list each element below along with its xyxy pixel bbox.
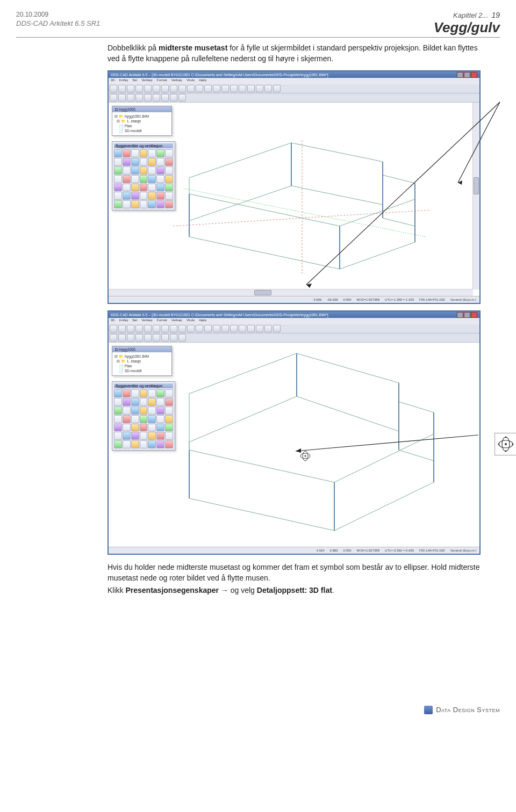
toolbar-button[interactable] (110, 94, 117, 102)
palette-tool[interactable] (123, 424, 131, 432)
toolbar-button[interactable] (264, 325, 272, 332)
toolbar-button[interactable] (153, 325, 160, 332)
palette-tool[interactable] (156, 200, 164, 208)
toolbar-button[interactable] (161, 325, 169, 332)
palette-tool[interactable] (114, 389, 122, 397)
toolbar-button[interactable] (221, 85, 229, 92)
toolbar-button[interactable] (144, 85, 152, 92)
palette-tool[interactable] (165, 424, 173, 432)
palette-tool[interactable] (123, 407, 131, 415)
toolbar-button[interactable] (144, 334, 152, 342)
palette-tool[interactable] (156, 407, 164, 415)
menu-item[interactable]: Set (132, 78, 137, 84)
palette-tool[interactable] (165, 432, 173, 440)
palette-tool[interactable] (114, 398, 122, 406)
palette-tool[interactable] (114, 415, 122, 423)
palette-tool[interactable] (156, 398, 164, 406)
toolbar-button[interactable] (135, 85, 143, 92)
palette-tool[interactable] (165, 166, 173, 175)
palette-tool[interactable] (131, 398, 139, 406)
palette-tool[interactable] (156, 415, 164, 423)
palette-tool[interactable] (148, 398, 156, 406)
palette-tool[interactable] (123, 200, 131, 208)
close-button[interactable] (471, 312, 477, 318)
toolbar-button[interactable] (135, 334, 143, 342)
palette-tool[interactable] (140, 166, 148, 175)
close-button[interactable] (471, 72, 477, 78)
scrollbar-thumb[interactable] (254, 290, 271, 295)
tree-item[interactable]: bygg1001.BIM (125, 114, 149, 118)
palette-tool[interactable] (140, 149, 148, 157)
palette-tool[interactable] (140, 432, 148, 440)
palette-tool[interactable] (165, 200, 173, 208)
menu-item[interactable]: Format (157, 318, 167, 324)
palette-tool[interactable] (165, 415, 173, 423)
tree-item[interactable]: Plan (125, 124, 132, 128)
tree-item[interactable]: 1. etasje (127, 119, 141, 123)
palette-tool[interactable] (114, 158, 122, 166)
palette-tool[interactable] (140, 175, 148, 183)
toolbar-button[interactable] (161, 85, 169, 92)
palette-tool[interactable] (156, 149, 164, 157)
menu-item[interactable]: Hjelp (199, 318, 206, 324)
maximize-button[interactable] (464, 312, 470, 318)
palette-tool[interactable] (114, 192, 122, 200)
palette-tool[interactable] (140, 158, 148, 166)
toolbar-button[interactable] (273, 85, 281, 92)
menu-item[interactable]: 3D (111, 318, 115, 324)
toolbar-button[interactable] (170, 85, 177, 92)
palette-tool[interactable] (165, 149, 173, 157)
toolbar-button[interactable] (127, 94, 134, 102)
palette-tool[interactable] (165, 175, 173, 183)
palette-tool[interactable] (156, 432, 164, 440)
toolbar-button[interactable] (153, 85, 160, 92)
toolbar-button[interactable] (118, 85, 126, 92)
palette-tool[interactable] (123, 440, 131, 448)
palette-tool[interactable] (165, 389, 173, 397)
palette-tool[interactable] (131, 440, 139, 448)
palette-tool[interactable] (114, 440, 122, 448)
toolbar-button[interactable] (144, 94, 152, 102)
toolbar-button[interactable] (178, 85, 186, 92)
palette-tool[interactable] (123, 415, 131, 423)
palette-tool[interactable] (140, 407, 148, 415)
palette-tool[interactable] (140, 398, 148, 406)
toolbar-button[interactable] (213, 325, 220, 332)
minimize-button[interactable] (457, 312, 463, 318)
tool-palette[interactable]: Byggeventiler og ventilasjon (112, 141, 175, 211)
toolbar-button[interactable] (161, 94, 169, 102)
palette-tool[interactable] (114, 407, 122, 415)
tool-palette[interactable]: Byggeventiler og ventilasjon (112, 381, 175, 451)
toolbar-button[interactable] (178, 334, 186, 342)
palette-tool[interactable] (165, 398, 173, 406)
toolbar-button[interactable] (256, 85, 263, 92)
palette-tool[interactable] (156, 192, 164, 200)
toolbar-button[interactable] (204, 85, 212, 92)
palette-tool[interactable] (140, 192, 148, 200)
toolbar-button[interactable] (221, 325, 229, 332)
palette-tool[interactable] (140, 389, 148, 397)
palette-tool[interactable] (131, 184, 139, 192)
palette-tool[interactable] (131, 389, 139, 397)
toolbar-button[interactable] (178, 94, 186, 102)
palette-tool[interactable] (148, 184, 156, 192)
palette-tool[interactable] (140, 415, 148, 423)
palette-tool[interactable] (148, 200, 156, 208)
palette-tool[interactable] (114, 184, 122, 192)
project-tree-panel[interactable]: 🗀 bygg1001 ⊟ 📁 bygg1001.BIM ⊟ 📁 1. etasj… (112, 346, 172, 375)
toolbar-button[interactable] (204, 325, 212, 332)
menu-item[interactable]: Set (132, 318, 137, 324)
palette-tool[interactable] (156, 440, 164, 448)
toolbar-button[interactable] (127, 325, 134, 332)
palette-tool[interactable] (165, 158, 173, 166)
palette-tool[interactable] (114, 200, 122, 208)
menu-item[interactable]: Innføy (119, 78, 128, 84)
toolbar-button[interactable] (170, 94, 177, 102)
palette-tool[interactable] (123, 158, 131, 166)
palette-tool[interactable] (148, 175, 156, 183)
toolbar-button[interactable] (170, 334, 177, 342)
palette-tool[interactable] (140, 440, 148, 448)
toolbar-button[interactable] (118, 325, 126, 332)
palette-tool[interactable] (156, 175, 164, 183)
toolbar-button[interactable] (144, 325, 152, 332)
